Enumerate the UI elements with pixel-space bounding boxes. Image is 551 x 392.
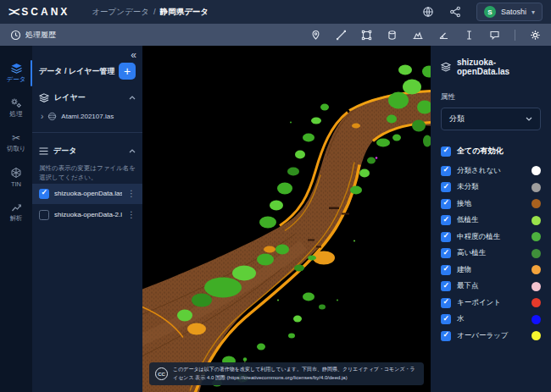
file-name[interactable]: shizuoka-openData.las <box>54 190 122 197</box>
class-checkbox[interactable] <box>441 314 451 324</box>
layers-icon <box>10 63 23 74</box>
layers-icon <box>39 93 49 102</box>
panel-title: データ / レイヤー管理 <box>39 66 115 77</box>
class-checkbox[interactable] <box>441 265 451 275</box>
layer-item[interactable]: › Atami.202107.las <box>41 112 136 121</box>
share-icon[interactable] <box>449 6 461 18</box>
enable-all-checkbox[interactable] <box>441 146 451 157</box>
right-panel: shizuoka-openData.las 属性 分類 全ての有効化 分類されな… <box>431 46 551 392</box>
measure-area-icon[interactable] <box>361 30 372 41</box>
class-row: 水 <box>441 312 541 329</box>
kebab-menu-icon[interactable]: ⋮ <box>127 210 136 219</box>
data-file-row[interactable]: shizuoka-openData.las ⋮ <box>32 184 142 204</box>
nav-rail: データ 処理 ✂ 切取り TIN 解析 <box>0 46 32 392</box>
class-row: オーバーラップ <box>441 328 541 345</box>
logo-x-icon: >< <box>8 5 17 19</box>
expand-arrow-icon[interactable]: › <box>41 113 43 120</box>
top-bar: >< SCANX オープンデータ / 静岡県データ S Satoshi ▾ <box>0 0 551 24</box>
viewport[interactable]: CC このデータは以下の著作物を改変して利用しています。下田市、静岡県、クリエイ… <box>142 46 431 392</box>
attribute-select[interactable]: 分類 <box>441 108 541 130</box>
class-checkbox[interactable] <box>441 166 451 176</box>
history-button[interactable]: 処理履歴 <box>10 30 56 41</box>
list-icon <box>39 147 48 155</box>
logo-text: SCANX <box>21 6 70 18</box>
add-data-button[interactable]: + <box>119 63 136 80</box>
breadcrumb: オープンデータ / 静岡県データ <box>92 7 209 18</box>
measure-line-icon[interactable] <box>336 30 347 41</box>
avatar: S <box>484 6 496 18</box>
class-color-dot <box>532 298 541 307</box>
class-color-dot <box>532 282 541 291</box>
file-checkbox[interactable] <box>39 210 49 220</box>
tin-mesh-icon <box>10 167 22 179</box>
chevron-up-icon[interactable] <box>129 149 136 153</box>
class-color-dot <box>532 183 541 192</box>
layers-section-header[interactable]: レイヤー <box>39 92 136 103</box>
nav-item-data[interactable]: データ <box>0 56 32 91</box>
chevron-down-icon <box>526 117 532 121</box>
class-color-dot <box>532 216 541 225</box>
clock-icon <box>10 30 21 41</box>
enable-all-row[interactable]: 全ての有効化 <box>441 146 541 157</box>
class-color-dot <box>532 232 541 241</box>
app-window: >< SCANX オープンデータ / 静岡県データ S Satoshi ▾ 処 <box>0 0 551 392</box>
helper-text: 属性の表示の変更はファイル名を選択してください。 <box>39 163 136 183</box>
breadcrumb-current: 静岡県データ <box>160 7 209 18</box>
class-checkbox[interactable] <box>441 199 451 209</box>
class-checkbox[interactable] <box>441 298 451 308</box>
chevron-down-icon: ▾ <box>532 8 535 16</box>
attribution-text: このデータは以下の著作物を改変して利用しています。下田市、静岡県、クリエイティブ… <box>173 366 418 382</box>
point-cloud-render[interactable] <box>142 46 431 392</box>
tool-bar: 処理履歴 <box>0 24 551 46</box>
file-name[interactable]: shizuoka-openData-2.las <box>54 211 122 218</box>
class-color-dot <box>532 249 541 258</box>
class-row: 最下点 <box>441 279 541 295</box>
toolbar-divider <box>515 30 515 41</box>
app-logo[interactable]: >< SCANX <box>8 5 70 19</box>
gears-icon <box>10 97 22 108</box>
divider <box>32 132 142 133</box>
profile-icon[interactable] <box>412 30 424 41</box>
breadcrumb-separator: / <box>153 7 156 18</box>
class-color-dot <box>532 199 541 208</box>
class-checkbox[interactable] <box>441 331 451 341</box>
data-section-header[interactable]: データ <box>39 146 136 157</box>
angle-icon[interactable] <box>438 30 449 41</box>
left-panel: « データ / レイヤー管理 + レイヤー › Atami.202107.las… <box>32 46 142 392</box>
class-checkbox[interactable] <box>441 248 451 258</box>
comment-icon[interactable] <box>489 30 500 41</box>
data-file-row[interactable]: shizuoka-openData-2.las ⋮ <box>32 205 142 225</box>
measure-volume-icon[interactable] <box>387 30 398 41</box>
license-attribution: CC このデータは以下の著作物を改変して利用しています。下田市、静岡県、クリエイ… <box>149 362 424 385</box>
point-marker-icon[interactable] <box>310 30 321 41</box>
nav-item-tin[interactable]: TIN <box>0 160 32 195</box>
class-row: 分類されない <box>441 163 541 179</box>
settings-gear-icon[interactable] <box>530 30 541 41</box>
nav-item-process[interactable]: 処理 <box>0 91 32 125</box>
selected-file-name: shizuoka-openData.las <box>457 58 541 76</box>
class-checkbox[interactable] <box>441 215 451 225</box>
globe-icon[interactable] <box>422 6 434 18</box>
class-row: 接地 <box>441 196 541 213</box>
scissors-icon: ✂ <box>12 133 20 143</box>
sphere-icon <box>47 112 57 121</box>
selected-file-header: shizuoka-openData.las <box>441 58 541 76</box>
class-checkbox[interactable] <box>441 281 451 291</box>
kebab-menu-icon[interactable]: ⋮ <box>127 189 136 198</box>
breadcrumb-parent[interactable]: オープンデータ <box>92 7 149 18</box>
height-measure-icon[interactable] <box>464 30 475 41</box>
class-row: 低植生 <box>441 213 541 229</box>
user-name: Satoshi <box>501 8 526 16</box>
chevron-up-icon[interactable] <box>129 96 136 100</box>
class-color-dot <box>532 166 541 175</box>
class-checkbox[interactable] <box>441 232 451 242</box>
layer-name: Atami.202107.las <box>61 113 114 120</box>
class-row: 高い植生 <box>441 246 541 262</box>
file-checkbox[interactable] <box>39 189 49 199</box>
nav-item-analyze[interactable]: 解析 <box>0 195 32 229</box>
collapse-panel-icon[interactable]: « <box>39 50 136 60</box>
nav-item-clip[interactable]: ✂ 切取り <box>0 125 32 160</box>
user-menu[interactable]: S Satoshi ▾ <box>476 3 543 21</box>
class-checkbox[interactable] <box>441 182 451 192</box>
creative-commons-icon: CC <box>155 367 168 380</box>
